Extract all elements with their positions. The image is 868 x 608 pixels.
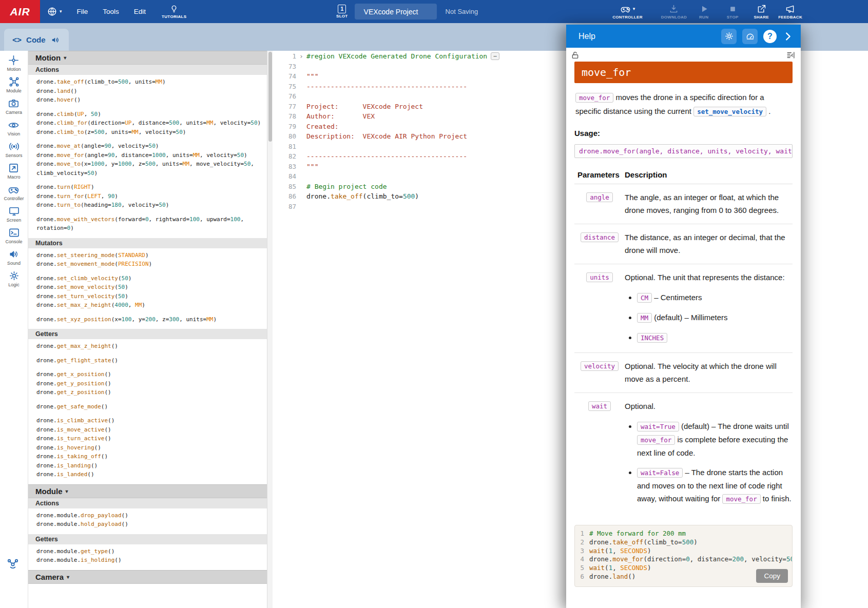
description-column-header: Description	[625, 170, 793, 179]
palette-command[interactable]: drone.get_y_position()	[36, 379, 263, 388]
palette-command[interactable]: drone.turn_for(LEFT, 90)	[36, 192, 263, 201]
megaphone-icon	[785, 4, 796, 14]
line-number: 73	[273, 62, 296, 72]
palette-section-motion[interactable]: Motion▾	[28, 51, 267, 65]
scrollbar-thumb[interactable]	[268, 52, 272, 142]
palette-command[interactable]: drone.get_flight_state()	[36, 356, 263, 365]
rail-item-screen[interactable]: Screen	[7, 205, 22, 223]
palette-command[interactable]: drone.climb_for(direction=UP, distance=5…	[36, 119, 263, 128]
palette-command[interactable]: drone.module.get_type()	[36, 547, 263, 556]
param-row: distanceThe distance, as an integer or d…	[574, 224, 793, 264]
palette-command[interactable]: drone.module.hold_payload()	[36, 520, 263, 529]
palette-command[interactable]: drone.module.drop_payload()	[36, 511, 263, 520]
palette-command[interactable]: drone.turn(RIGHT)	[36, 183, 263, 192]
folded-region-badge[interactable]: ⋯	[491, 52, 499, 60]
palette-command[interactable]: drone.is_move_active()	[36, 425, 263, 435]
palette-command[interactable]: drone.hover()	[36, 95, 263, 105]
rail-item-camera[interactable]: Camera	[6, 97, 22, 115]
menu-edit[interactable]: Edit	[134, 8, 146, 15]
speaker-icon[interactable]	[50, 35, 61, 45]
caret-down-icon: ▾	[67, 574, 69, 580]
palette-command[interactable]: drone.move_with_vectors(forward=0, right…	[36, 215, 263, 233]
fold-chevron-icon[interactable]: ›	[296, 51, 306, 62]
palette-command[interactable]: drone.get_safe_mode()	[36, 402, 263, 411]
controller-button[interactable]: ▾ CONTROLLER	[612, 4, 643, 19]
palette-scrollbar[interactable]	[267, 51, 273, 608]
palette-section-camera[interactable]: Camera▾	[28, 570, 267, 584]
menu-tools[interactable]: Tools	[103, 8, 119, 15]
palette-command[interactable]: drone.move_to(x=1000, y=1000, z=500, uni…	[36, 160, 263, 178]
rail-item-vision[interactable]: Vision	[8, 119, 20, 136]
play-icon	[699, 4, 709, 14]
palette-command[interactable]: drone.move_at(angle=90, velocity=50)	[36, 142, 263, 151]
palette-block: drone.get_safe_mode()	[28, 402, 267, 411]
menu-file[interactable]: File	[77, 8, 88, 15]
palette-block: drone.take_off(climb_to=500, units=MM)dr…	[28, 77, 267, 105]
palette-command[interactable]: drone.is_landing()	[36, 461, 263, 470]
dock-panel-icon[interactable]	[786, 50, 796, 60]
example-line-number: 5	[575, 564, 589, 573]
palette-command[interactable]: drone.land()	[36, 87, 263, 96]
save-status: Not Saving	[446, 8, 478, 15]
rail-item-macro[interactable]: Macro	[7, 162, 20, 180]
palette-command[interactable]: drone.is_taking_off()	[36, 452, 263, 461]
description-bullet: MM (default) – Millimeters	[637, 311, 793, 324]
inline-code-chip: move_for	[722, 494, 760, 504]
drone-connection-icon[interactable]	[5, 558, 21, 573]
rail-item-motion[interactable]: Motion	[7, 54, 21, 72]
help-question-button[interactable]: ?	[763, 30, 777, 43]
copy-button[interactable]: Copy	[756, 569, 788, 583]
param-row: waitOptional.wait=True (default) – The d…	[574, 393, 793, 514]
inline-code-chip: wait=False	[637, 468, 683, 478]
palette-command[interactable]: drone.set_max_z_height(4000, MM)	[36, 301, 263, 310]
run-button[interactable]: RUN	[692, 4, 716, 19]
slot-button[interactable]: 1 SLOT	[336, 5, 348, 18]
unlock-icon[interactable]	[570, 50, 580, 60]
tutorials-button[interactable]: TUTORIALS	[162, 5, 186, 19]
palette-command[interactable]: drone.set_xyz_position(x=100, y=200, z=3…	[36, 315, 263, 324]
palette-command[interactable]: drone.is_climb_active()	[36, 416, 263, 425]
palette-command[interactable]: drone.module.is_holding()	[36, 556, 263, 565]
param-row: velocityOptional. The velocity at which …	[574, 353, 793, 393]
palette-command[interactable]: drone.take_off(climb_to=500, units=MM)	[36, 77, 263, 87]
palette-command[interactable]: drone.get_z_position()	[36, 388, 263, 397]
palette-command[interactable]: drone.set_movement_mode(PRECISION)	[36, 260, 263, 269]
inline-code-chip: move_for	[637, 435, 675, 445]
palette-block: drone.set_climb_velocity(50)drone.set_mo…	[28, 274, 267, 310]
palette-command[interactable]: drone.get_x_position()	[36, 370, 263, 379]
help-settings-button[interactable]	[721, 29, 737, 44]
help-collapse-button[interactable]	[782, 31, 794, 42]
inline-code-link[interactable]: set_move_velocity	[693, 107, 766, 116]
help-units-button[interactable]	[742, 29, 758, 44]
rail-item-controller[interactable]: Controller	[4, 184, 24, 201]
palette-command[interactable]: drone.get_max_z_height()	[36, 342, 263, 351]
palette-command[interactable]: drone.turn_to(heading=180, velocity=50)	[36, 201, 263, 210]
project-name-field[interactable]: VEXcode Project	[355, 4, 437, 19]
palette-command[interactable]: drone.set_turn_velocity(50)	[36, 292, 263, 301]
rail-item-logic[interactable]: Logic	[8, 270, 20, 287]
rail-item-console[interactable]: Console	[5, 227, 22, 244]
vexcode-app: AIR ▾ File Tools Edit TUTORIALS 1 SLOT V…	[0, 0, 868, 608]
palette-block: drone.module.get_type()drone.module.is_h…	[28, 547, 267, 565]
air-logo-text: AIR	[10, 6, 30, 18]
description-bullet: wait=True (default) – The drone waits un…	[637, 420, 793, 459]
palette-section-module[interactable]: Module▾	[28, 484, 267, 498]
palette-command[interactable]: drone.climb(UP, 50)	[36, 110, 263, 119]
palette-command[interactable]: drone.is_landed()	[36, 470, 263, 479]
palette-command[interactable]: drone.is_hovering()	[36, 443, 263, 453]
palette-command[interactable]: drone.climb_to(z=500, units=MM, velocity…	[36, 128, 263, 137]
tab-code[interactable]: <> Code	[4, 29, 69, 51]
palette-command[interactable]: drone.move_for(angle=90, distance=1000, …	[36, 151, 263, 160]
rail-item-module[interactable]: Module	[6, 76, 22, 93]
download-button[interactable]: DOWNLOAD	[661, 4, 687, 19]
share-button[interactable]: SHARE	[749, 4, 773, 19]
rail-item-sound[interactable]: Sound	[7, 248, 21, 266]
palette-command[interactable]: drone.set_steering_mode(STANDARD)	[36, 251, 263, 260]
stop-button[interactable]: STOP	[721, 4, 744, 19]
feedback-button[interactable]: FEEDBACK	[778, 4, 802, 19]
palette-command[interactable]: drone.set_climb_velocity(50)	[36, 274, 263, 283]
language-button[interactable]: ▾	[47, 6, 62, 17]
rail-item-sensors[interactable]: Sensors	[5, 141, 22, 158]
palette-command[interactable]: drone.set_move_velocity(50)	[36, 283, 263, 292]
palette-command[interactable]: drone.is_turn_active()	[36, 434, 263, 443]
